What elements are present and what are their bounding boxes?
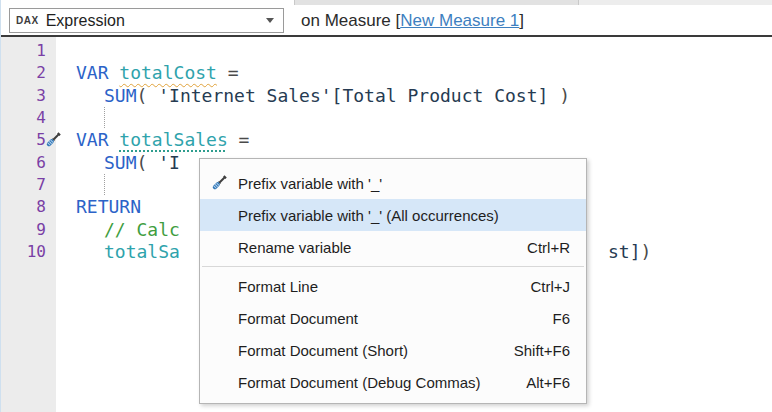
indent-guide <box>104 174 106 195</box>
gutter-row: 1 <box>1 40 56 62</box>
code-token: ) <box>641 241 652 262</box>
measure-context-label: on Measure [New Measure 1] <box>301 8 524 33</box>
gutter-row: 2 <box>1 62 56 84</box>
menu-item-label: Format Document <box>238 310 528 327</box>
code-token: VAR <box>76 129 119 150</box>
measure-name-link[interactable]: New Measure 1 <box>400 11 519 31</box>
gutter-row: 3 <box>1 85 56 107</box>
code-token: = <box>217 62 239 83</box>
menu-item-label: Format Line <box>238 278 506 295</box>
gutter-row: 4 <box>1 107 56 129</box>
line-number-gutter: 12345678910 <box>1 37 56 412</box>
code-token: totalSa <box>104 241 180 262</box>
measure-prefix: on Measure [ <box>301 11 400 31</box>
measure-suffix: ] <box>519 11 524 31</box>
code-token: totalCost <box>119 62 217 83</box>
code-token: VAR <box>76 62 119 83</box>
menu-item[interactable]: Format DocumentF6 <box>200 302 586 334</box>
menu-item[interactable]: Rename variableCtrl+R <box>200 231 586 263</box>
gutter-row: 7 <box>1 174 56 196</box>
code-token: = <box>228 129 250 150</box>
menu-item-shortcut: Ctrl+R <box>527 239 570 256</box>
code-token: ( <box>137 152 159 173</box>
menu-item-label: Format Document (Debug Commas) <box>238 374 502 391</box>
code-token: 'I <box>158 152 180 173</box>
chevron-down-icon[interactable] <box>266 18 274 23</box>
code-fragment-right-of-menu: st]) <box>608 241 651 263</box>
menu-item[interactable]: Prefix variable with '_' <box>200 167 586 199</box>
line-number: 1 <box>1 40 46 62</box>
code-token: RETURN <box>76 196 141 217</box>
code-token: ( <box>137 85 159 106</box>
menu-item-shortcut: Shift+F6 <box>514 342 570 359</box>
code-line[interactable]: SUM( 'Internet Sales'[Total Product Cost… <box>76 85 772 107</box>
gutter-row: 6 <box>1 152 56 174</box>
gutter-row: 5 <box>1 129 56 151</box>
line-number: 10 <box>1 241 46 263</box>
code-line[interactable] <box>76 40 772 62</box>
screwdriver-quick-action-icon[interactable] <box>43 130 63 150</box>
expression-toolbar: DAX Expression on Measure [New Measure 1… <box>1 5 772 35</box>
line-number: 6 <box>1 152 46 174</box>
menu-item-label: Prefix variable with '_' (All occurrence… <box>238 207 570 224</box>
menu-separator <box>202 266 584 267</box>
gutter-row: 8 <box>1 196 56 218</box>
line-number: 9 <box>1 219 46 241</box>
menu-item-shortcut: F6 <box>552 310 570 327</box>
expression-type-dropdown[interactable]: DAX Expression <box>9 8 284 33</box>
line-number: 5 <box>1 129 46 151</box>
menu-item[interactable]: Format LineCtrl+J <box>200 270 586 302</box>
code-line[interactable] <box>76 107 772 129</box>
dax-badge: DAX <box>16 15 39 26</box>
code-token: // Calc <box>104 219 180 240</box>
menu-item[interactable]: Format Document (Debug Commas)Alt+F6 <box>200 366 586 398</box>
menu-item[interactable]: Prefix variable with '_' (All occurrence… <box>200 199 586 231</box>
indent-guide <box>104 107 106 128</box>
line-number: 2 <box>1 62 46 84</box>
menu-item-label: Format Document (Short) <box>238 342 490 359</box>
code-token: 'Internet Sales'[Total Product Cost] <box>158 85 548 106</box>
expression-dropdown-value: Expression <box>46 12 266 30</box>
menu-item-shortcut: Alt+F6 <box>526 374 570 391</box>
screwdriver-icon <box>209 173 229 193</box>
gutter-row: 10 <box>1 241 56 263</box>
code-token: totalSales <box>119 129 227 150</box>
line-number: 4 <box>1 107 46 129</box>
gutter-row: 9 <box>1 219 56 241</box>
menu-item-shortcut: Ctrl+J <box>530 278 570 295</box>
line-number: 7 <box>1 174 46 196</box>
menu-item-label: Prefix variable with '_' <box>238 175 570 192</box>
line-number: 8 <box>1 196 46 218</box>
code-token: SUM <box>104 85 137 106</box>
code-token: SUM <box>104 152 137 173</box>
dax-editor-pane: DAX Expression on Measure [New Measure 1… <box>0 0 772 412</box>
code-token: ) <box>548 85 570 106</box>
code-line[interactable]: VAR totalCost = <box>76 62 772 84</box>
menu-item-label: Rename variable <box>238 239 503 256</box>
code-token: st] <box>608 241 641 262</box>
refactor-context-menu: Prefix variable with '_'Prefix variable … <box>199 158 587 404</box>
code-line[interactable]: VAR totalSales = <box>76 129 772 151</box>
line-number: 3 <box>1 85 46 107</box>
menu-item[interactable]: Format Document (Short)Shift+F6 <box>200 334 586 366</box>
